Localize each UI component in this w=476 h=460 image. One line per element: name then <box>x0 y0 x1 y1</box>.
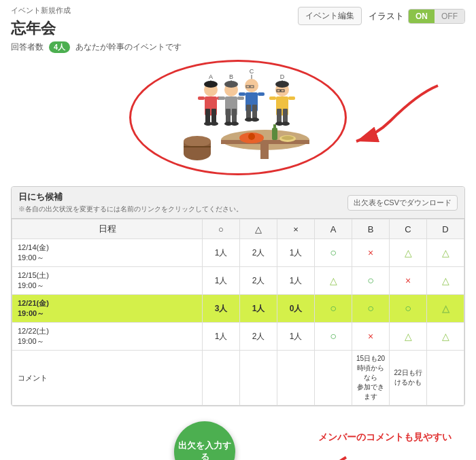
cross-count: 1人 <box>277 239 315 267</box>
svg-rect-3 <box>260 144 269 159</box>
illust-area: A B <box>11 60 465 175</box>
enter-attendance-button[interactable]: 出欠を入力する <box>174 421 235 460</box>
section-header: 日にち候補 ※各自の出欠状況を変更するには名前のリンクをクリックしてください。 … <box>12 187 464 219</box>
svg-point-24 <box>210 122 218 126</box>
section-note: ※各自の出欠状況を変更するには名前のリンクをクリックしてください。 <box>18 205 243 214</box>
svg-rect-31 <box>232 109 237 124</box>
svg-rect-44 <box>252 105 257 120</box>
toggle-off-button[interactable]: OFF <box>435 10 464 23</box>
bottom-area: 出欠を入力する メンバーのコメントも見やすい <box>11 414 465 460</box>
svg-rect-45 <box>239 92 245 96</box>
svg-rect-19 <box>205 109 210 124</box>
svg-rect-46 <box>258 92 265 96</box>
col-header-date: 日程 <box>12 219 203 239</box>
svg-rect-10 <box>272 128 277 140</box>
col-header-d: D <box>427 219 464 239</box>
person-a-status: ○ <box>315 239 352 267</box>
event-meta: 回答者数 4人 あなたが幹事のイベントです <box>11 41 465 53</box>
date-cell: 12/14(金)19:00～ <box>12 239 203 267</box>
svg-text:A: A <box>209 73 213 80</box>
people-scene-svg: A B <box>139 67 337 169</box>
svg-point-9 <box>248 133 255 140</box>
svg-rect-60 <box>288 96 295 100</box>
comment-c: 22日も行けるかも <box>390 351 427 406</box>
svg-rect-32 <box>218 96 225 100</box>
svg-text:C: C <box>250 68 254 75</box>
date-cell: 12/15(土)19:00～ <box>12 267 203 295</box>
table-row: 12/22(土)19:00～ 1人 2人 1人 ○ × △ △ <box>12 323 464 351</box>
svg-rect-57 <box>277 109 282 124</box>
cross-count: 0人 <box>277 295 315 323</box>
circle-count: 3人 <box>203 295 240 323</box>
person-c-status: △ <box>390 239 427 267</box>
triangle-count: 2人 <box>240 267 277 295</box>
member-comment-annotation: メンバーのコメントも見やすい <box>318 431 452 444</box>
toggle-on-button[interactable]: ON <box>409 10 435 23</box>
circle-count: 1人 <box>203 323 240 351</box>
circle-count: 1人 <box>203 267 240 295</box>
host-label: あなたが幹事のイベントです <box>75 41 182 53</box>
col-header-b: B <box>352 219 390 239</box>
svg-point-6 <box>184 136 211 147</box>
person-d-status: △ <box>427 267 464 295</box>
toggle-group[interactable]: ON OFF <box>408 9 465 24</box>
section-title: 日にち候補 <box>18 191 243 203</box>
edit-button[interactable]: イベント編集 <box>298 7 362 25</box>
cross-count: 1人 <box>277 323 315 351</box>
comment-a <box>315 351 352 406</box>
svg-rect-58 <box>283 109 288 124</box>
svg-rect-43 <box>246 105 251 120</box>
comment-triangle <box>240 351 277 406</box>
comment-arrow <box>278 452 360 460</box>
schedule-section: 日にち候補 ※各自の出欠状況を変更するには名前のリンクをクリックしてください。 … <box>11 186 465 406</box>
table-row: 12/14(金)19:00～ 1人 2人 1人 ○ × △ △ <box>12 239 464 267</box>
svg-point-62 <box>282 122 290 126</box>
person-b-status: × <box>352 239 390 267</box>
svg-text:B: B <box>229 73 233 80</box>
svg-rect-33 <box>237 96 244 100</box>
svg-point-28 <box>224 81 238 88</box>
svg-rect-11 <box>273 124 276 129</box>
comment-cross <box>277 351 315 406</box>
svg-point-48 <box>251 118 259 122</box>
date-cell: 12/21(金)19:00～ <box>12 295 203 323</box>
count-label: 回答者数 <box>11 41 44 53</box>
col-header-c: C <box>390 219 427 239</box>
date-cell: 12/22(土)19:00～ <box>12 323 203 351</box>
person-c-status: ○ <box>390 295 427 323</box>
person-d-status: △ <box>427 323 464 351</box>
person-a-status: ○ <box>315 295 352 323</box>
comment-b: 15日も20時頃からなら参加できます <box>352 351 390 406</box>
person-a-status: ○ <box>315 323 352 351</box>
count-badge: 4人 <box>49 41 70 53</box>
svg-rect-21 <box>198 96 205 100</box>
illust-label: イラスト <box>369 10 404 22</box>
person-d-status: △ <box>427 239 464 267</box>
svg-text:D: D <box>280 73 285 80</box>
triangle-count: 2人 <box>240 323 277 351</box>
col-header-cross: × <box>277 219 315 239</box>
triangle-count: 1人 <box>240 295 277 323</box>
comment-row: コメント 15日も20時頃からなら参加できます 22日も行けるかも <box>12 351 464 406</box>
triangle-count: 2人 <box>240 239 277 267</box>
svg-rect-59 <box>269 96 276 100</box>
csv-download-button[interactable]: 出欠表をCSVでダウンロード <box>347 195 458 211</box>
person-b-status: ○ <box>352 295 390 323</box>
top-controls: イベント編集 イラスト ON OFF <box>298 7 465 25</box>
table-row: 12/21(金)19:00～ 3人 1人 0人 ○ ○ ○ △ <box>12 295 464 323</box>
svg-rect-20 <box>211 109 216 124</box>
circle-count: 1人 <box>203 239 240 267</box>
col-header-triangle: △ <box>240 219 277 239</box>
table-row: 12/15(土)19:00～ 1人 2人 1人 △ ○ × △ <box>12 267 464 295</box>
svg-point-52 <box>275 81 289 88</box>
comment-circle <box>203 351 240 406</box>
col-header-circle: ○ <box>203 219 240 239</box>
svg-point-35 <box>231 122 239 126</box>
comment-label: コメント <box>12 351 203 406</box>
person-b-status: ○ <box>352 267 390 295</box>
svg-point-17 <box>204 81 218 88</box>
col-header-a: A <box>315 219 352 239</box>
svg-point-13 <box>282 136 294 140</box>
person-d-status: △ <box>427 295 464 323</box>
comment-d <box>427 351 464 406</box>
